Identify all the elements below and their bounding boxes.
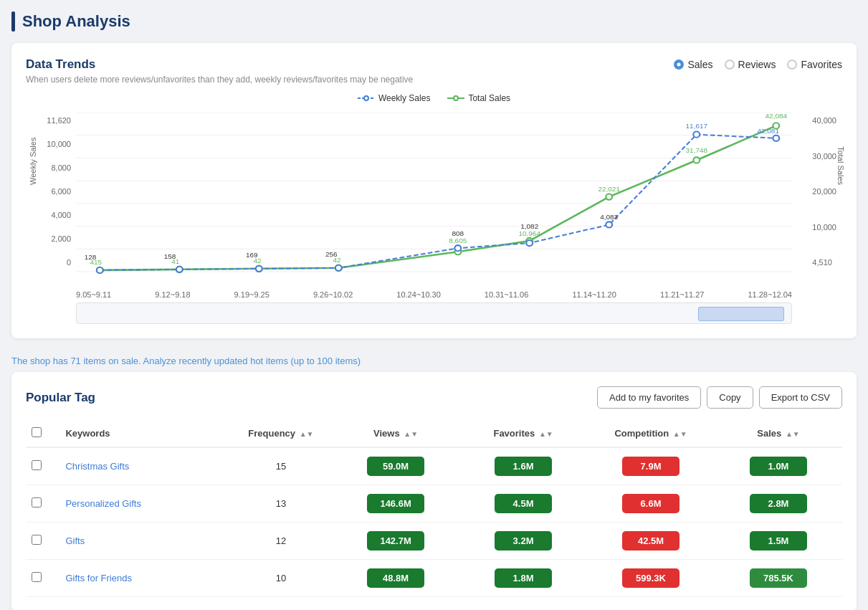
x-label-4: 9.26~10.02 <box>313 290 353 299</box>
table-row: Gifts for Friends 10 48.8M 1.8M 599.3K 7… <box>26 560 842 597</box>
row-keyword-1: Personalized Gifts <box>59 485 229 523</box>
svg-point-29 <box>773 135 779 141</box>
competition-badge-3: 599.3K <box>622 568 679 588</box>
radio-sales[interactable]: Sales <box>674 59 712 70</box>
x-label-8: 11.21~11.27 <box>660 290 704 299</box>
title-bar <box>11 11 15 32</box>
sort-competition-icon: ▲▼ <box>673 430 687 438</box>
popular-tag-card: Popular Tag Add to my favorites Copy Exp… <box>11 372 857 610</box>
row-competition-0: 7.9M <box>587 447 715 485</box>
row-views-0: 59.0M <box>332 447 459 485</box>
favorites-badge-2: 3.2M <box>495 531 552 551</box>
legend-total-label: Total Sales <box>468 93 510 103</box>
keyword-link-0[interactable]: Christmas Gifts <box>65 461 129 472</box>
svg-point-25 <box>454 245 461 251</box>
svg-text:8,605: 8,605 <box>449 237 467 244</box>
y-right-4: 10,000 <box>812 223 836 232</box>
radio-group: Sales Reviews Favorites <box>674 59 842 70</box>
row-views-2: 142.7M <box>332 523 459 560</box>
row-views-1: 146.6M <box>332 485 459 523</box>
row-competition-2: 42.5M <box>587 523 715 560</box>
row-checkbox-3[interactable] <box>32 572 42 582</box>
th-favorites[interactable]: Favorites ▲▼ <box>459 420 587 447</box>
row-sales-0: 1.0M <box>715 447 842 485</box>
th-sales[interactable]: Sales ▲▼ <box>715 420 842 447</box>
row-sales-1: 2.8M <box>715 485 842 523</box>
legend-weekly-sales: Weekly Sales <box>358 93 430 103</box>
legend-total-line-icon <box>447 95 464 102</box>
row-checkbox-0[interactable] <box>32 460 42 470</box>
th-keywords: Keywords <box>59 420 229 447</box>
data-trends-title: Data Trends <box>26 57 95 72</box>
row-keyword-0: Christmas Gifts <box>59 447 229 485</box>
sales-badge-2: 1.5M <box>750 531 807 551</box>
sort-frequency-icon: ▲▼ <box>300 430 314 438</box>
select-all-checkbox[interactable] <box>32 427 42 437</box>
y-axis-left: 11,620 10,000 8,000 6,000 4,000 2,000 0 <box>39 116 71 267</box>
table-header-row: Keywords Frequency ▲▼ Views ▲▼ Favorites… <box>26 420 842 447</box>
x-label-7: 11.14~11.20 <box>572 290 616 299</box>
y-right-3: 20,000 <box>812 187 836 196</box>
keyword-link-3[interactable]: Gifts for Friends <box>65 573 131 583</box>
svg-text:1,082: 1,082 <box>520 222 538 230</box>
sort-favorites-icon: ▲▼ <box>539 430 553 438</box>
th-frequency[interactable]: Frequency ▲▼ <box>230 420 332 447</box>
row-keyword-3: Gifts for Friends <box>59 560 229 597</box>
keyword-link-2[interactable]: Gifts <box>65 535 85 546</box>
chart-svg-area: 415 128 41 158 42 169 42 256 8,605 808 1… <box>76 113 792 274</box>
favorites-badge-0: 1.6M <box>495 457 552 476</box>
x-label-6: 10.31~11.06 <box>485 290 528 299</box>
row-frequency-2: 12 <box>230 523 332 560</box>
table-row: Christmas Gifts 15 59.0M 1.6M 7.9M 1.0M <box>26 447 842 485</box>
svg-point-21 <box>97 267 103 273</box>
competition-badge-0: 7.9M <box>622 457 679 476</box>
svg-point-23 <box>256 266 262 272</box>
popular-tag-table: Keywords Frequency ▲▼ Views ▲▼ Favorites… <box>26 420 842 597</box>
th-checkbox <box>26 420 59 447</box>
export-csv-button[interactable]: Export to CSV <box>759 386 842 409</box>
row-checkbox-2[interactable] <box>32 535 42 545</box>
svg-text:22,021: 22,021 <box>598 186 620 194</box>
x-label-9: 11.28~12.04 <box>748 290 791 299</box>
chart-legend: Weekly Sales Total Sales <box>26 93 842 103</box>
axis-label-right: Total Sales <box>836 146 845 185</box>
th-competition[interactable]: Competition ▲▼ <box>587 420 715 447</box>
row-frequency-3: 10 <box>230 560 332 597</box>
popular-tag-title: Popular Tag <box>26 391 95 405</box>
radio-label-sales: Sales <box>687 59 712 70</box>
favorites-badge-3: 1.8M <box>495 568 552 588</box>
add-favorites-button[interactable]: Add to my favorites <box>597 386 701 409</box>
svg-point-22 <box>176 267 183 272</box>
sales-badge-1: 2.8M <box>750 494 807 513</box>
row-sales-2: 1.5M <box>715 523 842 560</box>
sort-sales-icon: ▲▼ <box>786 430 800 438</box>
x-label-5: 10.24~10.30 <box>396 290 440 299</box>
svg-text:42,084: 42,084 <box>766 113 788 120</box>
svg-point-1 <box>364 96 368 100</box>
radio-reviews[interactable]: Reviews <box>725 59 776 70</box>
table-body: Christmas Gifts 15 59.0M 1.6M 7.9M 1.0M … <box>26 447 842 597</box>
favorites-badge-1: 4.5M <box>495 494 552 513</box>
x-label-1: 9.05~9.11 <box>76 290 111 299</box>
data-trends-subtitle: When users delete more reviews/unfavorit… <box>26 75 842 85</box>
axis-label-left: Weekly Sales <box>29 138 37 185</box>
x-label-3: 9.19~9.25 <box>234 290 270 299</box>
legend-weekly-label: Weekly Sales <box>378 93 430 103</box>
popular-tag-header: Popular Tag Add to my favorites Copy Exp… <box>26 386 842 409</box>
row-checkbox-1[interactable] <box>32 497 42 507</box>
row-favorites-1: 4.5M <box>459 485 587 523</box>
th-views[interactable]: Views ▲▼ <box>332 420 459 447</box>
y-right-2: 30,000 <box>812 152 836 161</box>
views-badge-1: 146.6M <box>367 494 424 513</box>
svg-point-3 <box>454 96 458 100</box>
copy-button[interactable]: Copy <box>707 386 753 409</box>
svg-text:808: 808 <box>452 229 464 237</box>
radio-favorites[interactable]: Favorites <box>787 59 842 70</box>
keyword-link-1[interactable]: Personalized Gifts <box>65 498 141 509</box>
chart-scrollbar[interactable] <box>76 302 792 324</box>
scrollbar-thumb[interactable] <box>698 307 784 321</box>
radio-dot-favorites <box>787 59 797 70</box>
y-right-5: 4,510 <box>812 258 836 267</box>
svg-text:158: 158 <box>164 252 176 260</box>
svg-text:10,964: 10,964 <box>518 229 540 237</box>
